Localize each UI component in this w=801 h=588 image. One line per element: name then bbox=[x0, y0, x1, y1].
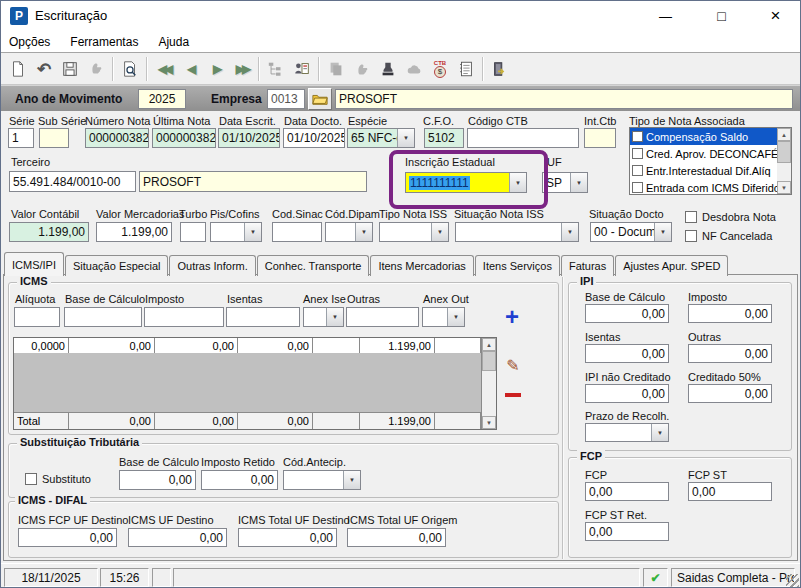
cod-dipam-select[interactable]: ▼ bbox=[325, 222, 373, 242]
add-row-button[interactable]: + bbox=[497, 303, 527, 331]
turbo-field[interactable] bbox=[180, 222, 206, 242]
scroll-down-icon[interactable]: ▼ bbox=[777, 181, 791, 194]
tab-icms-ipi[interactable]: ICMS/IPI bbox=[4, 252, 64, 276]
checkbox[interactable] bbox=[632, 131, 643, 142]
copy-button-disabled[interactable] bbox=[323, 56, 349, 82]
terceiro-cnpj-field[interactable]: 55.491.484/0010-00 bbox=[9, 171, 136, 192]
last-record-button[interactable]: ▶▶ bbox=[229, 56, 255, 82]
checkbox[interactable] bbox=[632, 182, 643, 193]
chevron-down-icon[interactable]: ▼ bbox=[244, 223, 261, 241]
cfo-field[interactable]: 5102 bbox=[424, 128, 464, 148]
list-item[interactable]: Entr.Interestadual Dif.Alíq bbox=[630, 162, 791, 179]
hand-button-disabled[interactable] bbox=[349, 56, 375, 82]
especie-select[interactable]: 65 NFC-e ▼ bbox=[347, 128, 415, 148]
ano-movimento-field[interactable]: 2025 bbox=[138, 89, 186, 109]
valor-contabil-field[interactable]: 1.199,00 bbox=[9, 222, 89, 242]
delete-row-button[interactable] bbox=[500, 382, 526, 408]
tab-ajustes-apur-sped[interactable]: Ajustes Apur. SPED bbox=[615, 255, 728, 276]
chevron-down-icon[interactable]: ▼ bbox=[651, 424, 668, 441]
icms-grid[interactable]: 0,0000 0,00 0,00 0,00 1.199,00 Total 0,0… bbox=[13, 337, 497, 430]
desdobra-nota-checkbox[interactable] bbox=[685, 211, 697, 223]
list-item[interactable]: Entrada com ICMS Diferido bbox=[630, 179, 791, 195]
resize-grip[interactable] bbox=[786, 574, 799, 587]
ultima-nota-field[interactable]: 0000003826 bbox=[152, 128, 216, 148]
empresa-code-field[interactable]: 0013 bbox=[267, 89, 305, 109]
icms-total-uf-origem-field[interactable]: 0,00 bbox=[347, 528, 446, 547]
tipo-nota-iss-select[interactable]: ▼ bbox=[379, 222, 449, 242]
grid-data-row[interactable]: 0,0000 0,00 0,00 0,00 1.199,00 bbox=[14, 338, 481, 353]
scroll-down-icon[interactable]: ▼ bbox=[482, 416, 496, 429]
checkbox[interactable] bbox=[632, 165, 643, 176]
scroll-thumb[interactable] bbox=[482, 351, 496, 371]
tab-faturas[interactable]: Faturas bbox=[561, 255, 614, 276]
new-document-button[interactable] bbox=[5, 56, 31, 82]
imposto-field[interactable] bbox=[144, 307, 224, 327]
inscricao-estadual-select[interactable]: 1111111111 ▼ bbox=[405, 172, 527, 193]
ipi-imposto-field[interactable]: 0,00 bbox=[688, 304, 772, 323]
nf-cancelada-checkbox[interactable] bbox=[685, 230, 697, 242]
base-calculo-field[interactable] bbox=[64, 307, 142, 327]
sub-serie-field[interactable] bbox=[39, 128, 69, 148]
situacao-docto-select[interactable]: 00 - Documen ▼ bbox=[590, 222, 672, 242]
title-bar[interactable]: P Escrituração — □ × bbox=[1, 1, 800, 31]
ipi-isentas-field[interactable]: 0,00 bbox=[585, 344, 669, 363]
substituto-checkbox[interactable] bbox=[25, 473, 37, 485]
list-item-selected[interactable]: Compensação Saldo bbox=[630, 128, 791, 145]
anex-out-select[interactable]: ▼ bbox=[422, 307, 465, 327]
maximize-button[interactable]: □ bbox=[699, 1, 744, 31]
chevron-down-icon[interactable]: ▼ bbox=[431, 223, 448, 241]
codigo-ctb-field[interactable] bbox=[467, 128, 579, 148]
icms-uf-destino-field[interactable]: 0,00 bbox=[128, 528, 227, 547]
serie-field[interactable]: 1 bbox=[8, 128, 34, 148]
undo-button[interactable]: ↶ bbox=[31, 56, 57, 82]
st-cod-antecip-select[interactable]: ▼ bbox=[283, 470, 361, 490]
checkbox[interactable] bbox=[632, 148, 643, 159]
anex-ise-select[interactable]: ▼ bbox=[303, 307, 344, 327]
save-button[interactable] bbox=[57, 56, 83, 82]
scroll-up-icon[interactable]: ▲ bbox=[482, 338, 496, 351]
prazo-recolh-select[interactable]: ▼ bbox=[585, 423, 669, 442]
uf-select[interactable]: SP ▼ bbox=[542, 172, 588, 193]
chevron-down-icon[interactable]: ▼ bbox=[447, 308, 464, 326]
chevron-down-icon[interactable]: ▼ bbox=[654, 223, 671, 241]
menu-ferramentas[interactable]: Ferramentas bbox=[70, 35, 138, 49]
icms-fcp-uf-destino-field[interactable]: 0,00 bbox=[18, 528, 117, 547]
exit-button[interactable] bbox=[487, 56, 513, 82]
menu-ajuda[interactable]: Ajuda bbox=[158, 35, 189, 49]
ipi-base-calculo-field[interactable]: 0,00 bbox=[585, 304, 669, 323]
empresa-name-field[interactable]: PROSOFT bbox=[335, 89, 793, 109]
st-imposto-retido-field[interactable]: 0,00 bbox=[201, 470, 278, 490]
data-escrit-field[interactable]: 01/10/2025 bbox=[218, 128, 280, 148]
post-button-disabled[interactable] bbox=[83, 56, 109, 82]
chevron-down-icon[interactable]: ▼ bbox=[326, 308, 343, 326]
stamp-button[interactable] bbox=[375, 56, 401, 82]
menu-opcoes[interactable]: Opções bbox=[9, 35, 50, 49]
tab-itens-mercadorias[interactable]: Itens Mercadorias bbox=[370, 255, 473, 276]
aliquota-field[interactable] bbox=[14, 307, 60, 327]
user-report-button[interactable] bbox=[289, 56, 315, 82]
outras-field[interactable] bbox=[346, 307, 419, 327]
prior-record-button[interactable]: ◀ bbox=[177, 56, 203, 82]
chevron-down-icon[interactable]: ▼ bbox=[355, 223, 372, 241]
print-preview-button[interactable] bbox=[117, 56, 143, 82]
int-ctb-field[interactable] bbox=[584, 128, 616, 148]
list-item[interactable]: Cred. Aprov. DECONCAFÉ bbox=[630, 145, 791, 162]
cod-sinac-field[interactable] bbox=[272, 222, 322, 242]
tab-outras-inform[interactable]: Outras Inform. bbox=[169, 255, 255, 276]
grid-scrollbar[interactable]: ▲ ▼ bbox=[481, 338, 496, 429]
scroll-thumb[interactable] bbox=[777, 141, 791, 163]
cloud-button-disabled[interactable] bbox=[401, 56, 427, 82]
valor-mercadorias-field[interactable]: 1.199,00 bbox=[96, 222, 172, 242]
chevron-down-icon[interactable]: ▼ bbox=[570, 173, 587, 192]
next-record-button[interactable]: ▶ bbox=[203, 56, 229, 82]
terceiro-nome-field[interactable]: PROSOFT bbox=[139, 171, 367, 192]
edit-row-button[interactable]: ✎ bbox=[500, 352, 526, 378]
ipi-creditado-50-field[interactable]: 0,00 bbox=[688, 384, 772, 403]
open-company-button[interactable] bbox=[308, 88, 332, 110]
fcp-st-field[interactable]: 0,00 bbox=[688, 482, 772, 501]
numero-nota-field[interactable]: 0000003826 bbox=[85, 128, 149, 148]
ctb-search-button[interactable]: CTB $ bbox=[427, 56, 453, 82]
isentas-field[interactable] bbox=[226, 307, 300, 327]
chevron-down-icon[interactable]: ▼ bbox=[561, 223, 578, 241]
ipi-nao-creditado-field[interactable]: 0,00 bbox=[585, 384, 669, 403]
